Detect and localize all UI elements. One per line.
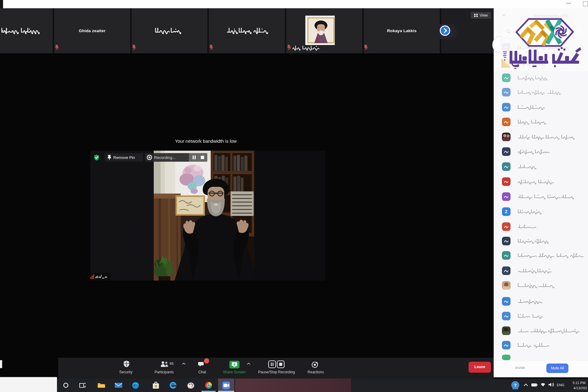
svg-text:?: ?	[514, 383, 517, 388]
svg-text:Z: Z	[505, 209, 508, 214]
